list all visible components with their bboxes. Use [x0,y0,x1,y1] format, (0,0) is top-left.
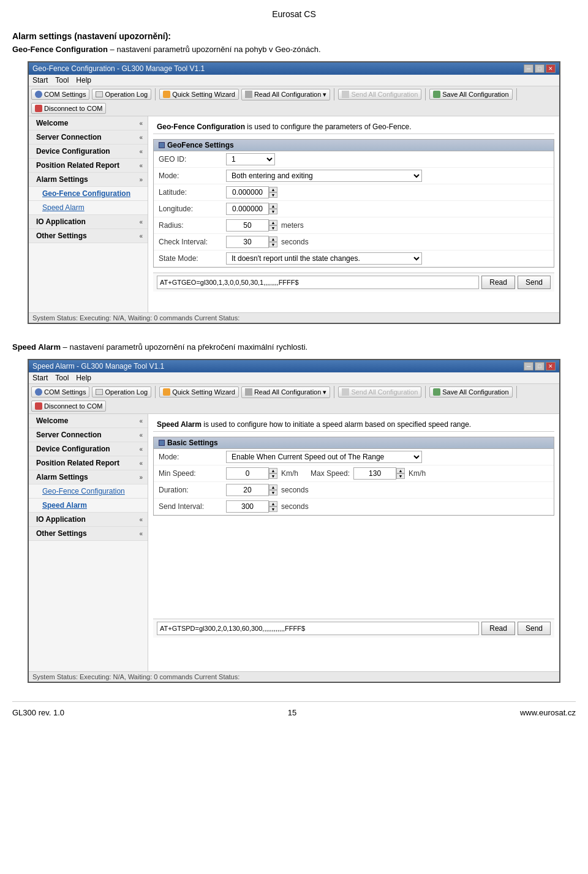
sidebar1-speed-alarm-link[interactable]: Speed Alarm [29,201,148,215]
max-speed-up[interactable]: ▲ [396,468,405,473]
duration-input[interactable] [226,484,269,496]
send-all-btn2[interactable]: Send All Configuration [338,386,421,397]
quick-wizard-btn[interactable]: Quick Setting Wizard [159,89,239,100]
latitude-label: Latitude: [159,188,226,197]
send-button2[interactable]: Send [518,622,551,635]
max-speed-spinbtns: ▲ ▼ [396,468,405,479]
send-button1[interactable]: Send [518,276,551,289]
welcome-arrow2: « [139,418,143,424]
longitude-input[interactable] [226,203,269,215]
sidebar1-welcome[interactable]: Welcome « [29,116,148,130]
sidebar2-other-settings[interactable]: Other Settings « [29,527,148,541]
command-input1[interactable] [157,276,479,289]
operation-log-btn[interactable]: Operation Log [92,89,151,100]
state-mode-select[interactable]: It doesn't report until the state change… [226,252,422,265]
min-speed-up[interactable]: ▲ [269,468,277,473]
menu-start[interactable]: Start [32,76,48,85]
save-all-btn[interactable]: Save All Configuration [429,89,512,100]
sidebar2-welcome[interactable]: Welcome « [29,414,148,428]
read-all-btn[interactable]: Read All Configuration ▾ [241,89,331,100]
max-speed-input[interactable] [353,467,396,480]
send-interval-input[interactable] [226,500,269,513]
sidebar2-position-report[interactable]: Position Related Report « [29,456,148,470]
min-speed-down[interactable]: ▼ [269,473,277,479]
radius-input[interactable] [226,219,269,232]
sidebar2-speed-alarm-link[interactable]: Speed Alarm [29,499,148,513]
menu-help[interactable]: Help [76,76,91,85]
read-button2[interactable]: Read [481,622,515,635]
save-all-btn2[interactable]: Save All Configuration [429,386,512,397]
group-icon2 [159,440,165,446]
sidebar2-alarm-settings[interactable]: Alarm Settings » [29,470,148,484]
sidebar2-geofence-link[interactable]: Geo-Fence Configuration [29,484,148,499]
operation-log-btn2[interactable]: Operation Log [92,386,151,397]
latitude-up[interactable]: ▲ [269,187,277,192]
mode-select[interactable]: Both entering and exiting [226,170,422,182]
footer-right: www.eurosat.cz [520,708,576,717]
close-btn[interactable]: ✕ [546,64,556,73]
restore-btn2[interactable]: □ [535,362,545,371]
quick-wizard-btn2[interactable]: Quick Setting Wizard [159,386,239,397]
longitude-up[interactable]: ▲ [269,203,277,209]
send-all-btn[interactable]: Send All Configuration [338,89,421,100]
menu2-tool[interactable]: Tool [55,374,69,382]
save-icon2 [433,388,440,396]
sidebar2-io-app[interactable]: IO Application « [29,513,148,527]
duration-up[interactable]: ▲ [269,484,277,490]
sidebar1-io-app[interactable]: IO Application « [29,215,148,229]
sidebar2-server-connection[interactable]: Server Connection « [29,428,148,442]
menu-tool[interactable]: Tool [55,76,69,85]
disconnect-btn[interactable]: Disconnect to COM [31,103,106,114]
geofence-group-title: GeoFence Settings [154,140,554,151]
read-all-btn2[interactable]: Read All Configuration ▾ [241,386,331,398]
command-input2[interactable] [157,622,479,635]
send-interval-down[interactable]: ▼ [269,507,277,512]
menu2-start[interactable]: Start [32,374,48,382]
com-settings-btn2[interactable]: COM Settings [31,386,89,397]
sidebar1-geofence-link[interactable]: Geo-Fence Configuration [29,187,148,201]
sidebar2-device-config[interactable]: Device Configuration « [29,442,148,456]
duration-unit: seconds [281,486,309,494]
close-btn2[interactable]: ✕ [546,362,556,371]
read-button1[interactable]: Read [481,276,515,289]
radius-up[interactable]: ▲ [269,220,277,225]
minimize-btn2[interactable]: ─ [524,362,533,371]
com-icon2 [35,388,42,396]
content1: Geo-Fence Configuration is used to confi… [148,116,559,312]
minimize-btn[interactable]: ─ [524,64,533,73]
log-icon [96,91,103,97]
longitude-down[interactable]: ▼ [269,209,277,214]
check-interval-spinner: ▲ ▼ [226,236,277,248]
latitude-row: Latitude: ▲ ▼ [154,184,554,201]
com-settings-btn[interactable]: COM Settings [31,89,89,100]
server-arrow: « [139,134,143,141]
min-speed-input[interactable] [226,467,269,480]
sidebar1-position-report[interactable]: Position Related Report « [29,159,148,173]
sidebar1-other-settings[interactable]: Other Settings « [29,229,148,243]
log-icon2 [96,389,103,395]
longitude-spinner: ▲ ▼ [226,203,277,215]
geo-id-select[interactable]: 1 [226,153,275,165]
read-icon [245,91,252,98]
speed-mode-select[interactable]: Enable When Current Speed out of The Ran… [226,451,422,463]
sidebar1-server-connection[interactable]: Server Connection « [29,130,148,145]
latitude-input[interactable] [226,186,269,198]
send-interval-up[interactable]: ▲ [269,501,277,507]
check-interval-up[interactable]: ▲ [269,236,277,242]
speed-settings-group: Basic Settings Mode: Enable When Current… [153,437,554,516]
menu2-help[interactable]: Help [76,374,91,382]
state-mode-row: State Mode: It doesn't report until the … [154,251,554,267]
check-interval-input[interactable] [226,236,269,248]
duration-down[interactable]: ▼ [269,490,277,495]
check-interval-row: Check Interval: ▲ ▼ seconds [154,234,554,251]
max-speed-down[interactable]: ▼ [396,473,405,479]
radius-down[interactable]: ▼ [269,225,277,231]
check-interval-down[interactable]: ▼ [269,242,277,247]
toolbar-sep8 [516,386,517,398]
sidebar1-device-config[interactable]: Device Configuration « [29,145,148,159]
latitude-down[interactable]: ▼ [269,192,277,198]
restore-btn[interactable]: □ [535,64,545,73]
disconnect-btn2[interactable]: Disconnect to COM [31,401,106,412]
check-interval-label: Check Interval: [159,238,226,246]
sidebar1-alarm-settings[interactable]: Alarm Settings » [29,173,148,187]
